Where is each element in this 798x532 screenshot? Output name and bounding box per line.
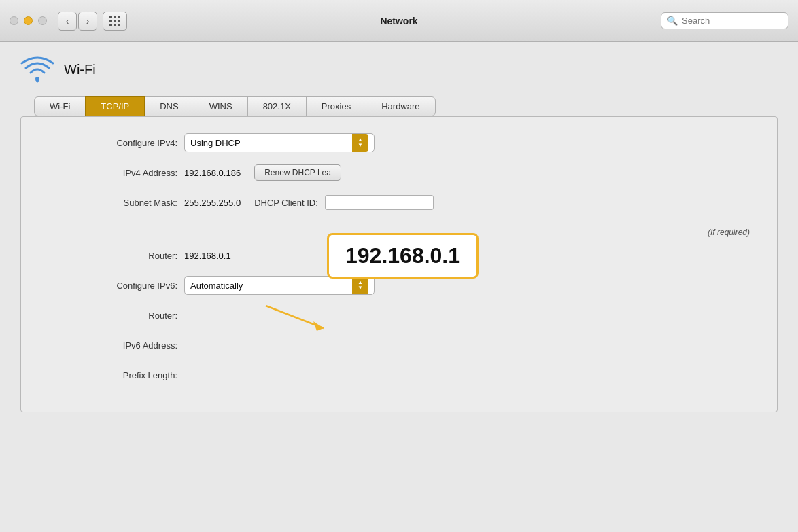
prefix-length-row: Prefix Length: xyxy=(41,366,757,385)
minimize-button[interactable] xyxy=(24,16,33,25)
ipv4-address-label: IPv4 Address: xyxy=(41,168,177,178)
prefix-length-label: Prefix Length: xyxy=(41,370,177,380)
configure-ipv4-select[interactable]: Using DHCP ▲ ▼ xyxy=(184,133,375,152)
configure-ipv4-value: Using DHCP xyxy=(190,138,241,148)
ipv6-address-row: IPv6 Address: xyxy=(41,336,757,355)
configure-ipv6-label: Configure IPv6: xyxy=(41,281,177,291)
if-required-text: (If required) xyxy=(708,228,750,237)
wifi-header: Wi-Fi xyxy=(20,56,778,83)
ipv4-address-row: IPv4 Address: 192.168.0.186 Renew DHCP L… xyxy=(41,163,757,182)
tab-wifi[interactable]: Wi-Fi xyxy=(34,96,86,116)
search-box[interactable]: 🔍 xyxy=(661,12,788,29)
tab-tcpip[interactable]: TCP/IP xyxy=(85,96,145,116)
configure-ipv4-row: Configure IPv4: Using DHCP ▲ ▼ xyxy=(41,133,757,152)
annotation-box: 192.168.0.1 xyxy=(327,233,479,279)
router-ipv6-label: Router: xyxy=(41,311,177,321)
main-content: Wi-Fi Wi-Fi TCP/IP DNS WINS 802.1X Proxi… xyxy=(0,42,798,532)
maximize-button[interactable] xyxy=(38,16,47,25)
tab-wins[interactable]: WINS xyxy=(194,96,248,116)
subnet-mask-row: Subnet Mask: 255.255.255.0 DHCP Client I… xyxy=(41,193,757,212)
forward-button[interactable]: › xyxy=(78,12,97,31)
ipv4-address-value: 192.168.0.186 xyxy=(184,168,241,178)
tab-proxies[interactable]: Proxies xyxy=(306,96,366,116)
wifi-icon xyxy=(20,56,54,83)
close-button[interactable] xyxy=(10,16,18,25)
configure-ipv4-label: Configure IPv4: xyxy=(41,138,177,148)
tabs-bar: Wi-Fi TCP/IP DNS WINS 802.1X Proxies Har… xyxy=(34,96,778,116)
window-title: Network xyxy=(380,16,417,26)
subnet-mask-label: Subnet Mask: xyxy=(41,198,177,208)
titlebar: ‹ › Network 🔍 xyxy=(0,0,798,42)
ipv6-address-label: IPv6 Address: xyxy=(41,340,177,351)
wifi-title: Wi-Fi xyxy=(64,62,96,77)
annotation-container: 192.168.0.1 xyxy=(191,200,381,338)
nav-buttons: ‹ › xyxy=(58,12,97,31)
back-button[interactable]: ‹ xyxy=(58,12,77,31)
tab-8021x[interactable]: 802.1X xyxy=(247,96,307,116)
svg-marker-2 xyxy=(313,321,324,331)
router-ipv4-section: Router: 192.168.0.1 Configure IPv6: Auto… xyxy=(41,246,757,385)
router-ipv4-label: Router: xyxy=(41,251,177,261)
configure-ipv4-stepper[interactable]: ▲ ▼ xyxy=(352,134,368,152)
grid-icon xyxy=(109,16,120,26)
annotation-value: 192.168.0.1 xyxy=(345,243,460,268)
renew-dhcp-button[interactable]: Renew DHCP Lea xyxy=(254,164,341,181)
content-panel: Configure IPv4: Using DHCP ▲ ▼ IPv4 Addr… xyxy=(20,116,778,412)
tab-dns[interactable]: DNS xyxy=(144,96,194,116)
tab-hardware[interactable]: Hardware xyxy=(366,96,435,116)
router-ipv6-section: Router: 192.168.0.1 xyxy=(41,306,757,325)
search-input[interactable] xyxy=(682,16,782,26)
svg-point-0 xyxy=(35,77,39,81)
traffic-lights xyxy=(10,16,47,25)
stepper-down-icon: ▼ xyxy=(358,143,363,148)
configure-ipv6-row: Configure IPv6: Automatically ▲ ▼ xyxy=(41,276,757,295)
grid-view-button[interactable] xyxy=(103,12,127,31)
search-icon: 🔍 xyxy=(667,16,678,26)
router-ipv6-row: Router: xyxy=(41,306,757,325)
